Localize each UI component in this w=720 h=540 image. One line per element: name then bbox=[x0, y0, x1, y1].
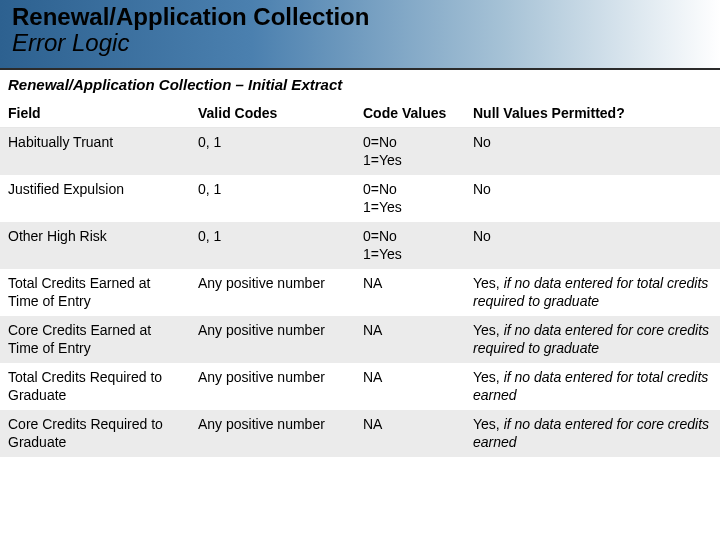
table-row: Core Credits Earned at Time of Entry Any… bbox=[0, 316, 720, 363]
cell-valid-codes: Any positive number bbox=[190, 363, 355, 410]
null-italic: if no data entered for core credits requ… bbox=[473, 322, 709, 356]
null-prefix: No bbox=[473, 228, 491, 244]
cell-valid-codes: 0, 1 bbox=[190, 128, 355, 176]
null-prefix: No bbox=[473, 181, 491, 197]
cell-code-values: NA bbox=[355, 269, 465, 316]
cell-code-values: NA bbox=[355, 316, 465, 363]
null-italic: if no data entered for total credits req… bbox=[473, 275, 708, 309]
col-header-field: Field bbox=[0, 99, 190, 128]
cell-field: Total Credits Required to Graduate bbox=[0, 363, 190, 410]
table-header-row: Field Valid Codes Code Values Null Value… bbox=[0, 99, 720, 128]
cell-valid-codes: Any positive number bbox=[190, 316, 355, 363]
cell-null-permitted: Yes, if no data entered for total credit… bbox=[465, 269, 720, 316]
table-row: Habitually Truant 0, 1 0=No1=Yes No bbox=[0, 128, 720, 176]
cell-field: Other High Risk bbox=[0, 222, 190, 269]
cell-code-values: 0=No1=Yes bbox=[355, 175, 465, 222]
table-row: Total Credits Earned at Time of Entry An… bbox=[0, 269, 720, 316]
cell-null-permitted: No bbox=[465, 175, 720, 222]
section-heading: Renewal/Application Collection – Initial… bbox=[0, 70, 720, 99]
cell-code-values: NA bbox=[355, 363, 465, 410]
table-row: Total Credits Required to Graduate Any p… bbox=[0, 363, 720, 410]
cell-field: Core Credits Required to Graduate bbox=[0, 410, 190, 457]
page-title: Renewal/Application Collection bbox=[12, 4, 708, 30]
page-subtitle: Error Logic bbox=[12, 30, 708, 56]
null-italic: if no data entered for total credits ear… bbox=[473, 369, 708, 403]
cell-code-values: 0=No1=Yes bbox=[355, 128, 465, 176]
error-logic-table: Field Valid Codes Code Values Null Value… bbox=[0, 99, 720, 457]
null-italic: if no data entered for core credits earn… bbox=[473, 416, 709, 450]
cell-null-permitted: No bbox=[465, 222, 720, 269]
table-row: Core Credits Required to Graduate Any po… bbox=[0, 410, 720, 457]
cell-field: Justified Expulsion bbox=[0, 175, 190, 222]
cell-null-permitted: Yes, if no data entered for total credit… bbox=[465, 363, 720, 410]
cell-code-values: NA bbox=[355, 410, 465, 457]
cell-valid-codes: Any positive number bbox=[190, 410, 355, 457]
cell-valid-codes: Any positive number bbox=[190, 269, 355, 316]
cell-field: Habitually Truant bbox=[0, 128, 190, 176]
null-prefix: Yes, bbox=[473, 416, 504, 432]
cell-valid-codes: 0, 1 bbox=[190, 175, 355, 222]
null-prefix: Yes, bbox=[473, 322, 504, 338]
col-header-code-values: Code Values bbox=[355, 99, 465, 128]
cell-field: Total Credits Earned at Time of Entry bbox=[0, 269, 190, 316]
header-band: Renewal/Application Collection Error Log… bbox=[0, 0, 720, 70]
col-header-null-permitted: Null Values Permitted? bbox=[465, 99, 720, 128]
cell-valid-codes: 0, 1 bbox=[190, 222, 355, 269]
null-prefix: Yes, bbox=[473, 369, 504, 385]
cell-null-permitted: Yes, if no data entered for core credits… bbox=[465, 410, 720, 457]
col-header-valid-codes: Valid Codes bbox=[190, 99, 355, 128]
table-row: Justified Expulsion 0, 1 0=No1=Yes No bbox=[0, 175, 720, 222]
null-prefix: No bbox=[473, 134, 491, 150]
table-row: Other High Risk 0, 1 0=No1=Yes No bbox=[0, 222, 720, 269]
cell-code-values: 0=No1=Yes bbox=[355, 222, 465, 269]
cell-null-permitted: No bbox=[465, 128, 720, 176]
null-prefix: Yes, bbox=[473, 275, 504, 291]
cell-null-permitted: Yes, if no data entered for core credits… bbox=[465, 316, 720, 363]
cell-field: Core Credits Earned at Time of Entry bbox=[0, 316, 190, 363]
